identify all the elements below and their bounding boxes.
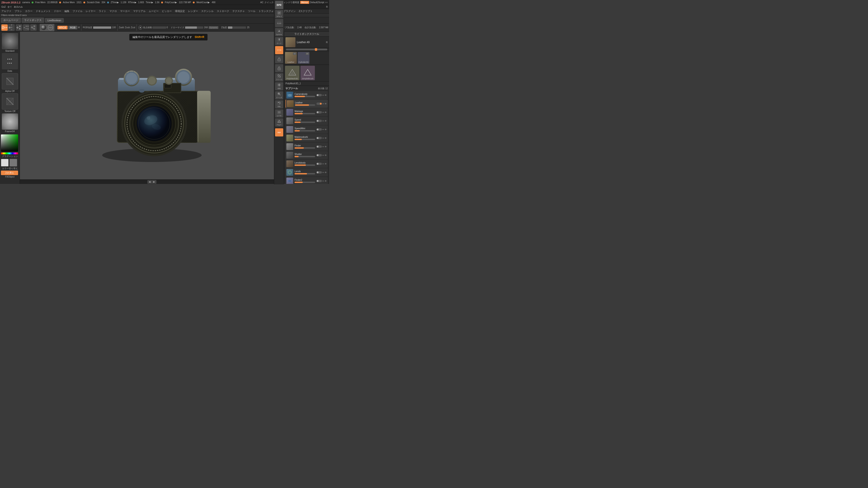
- bpr-icon-btn[interactable]: BPR: [275, 1, 283, 9]
- speed-eye-icon[interactable]: 👁: [324, 120, 327, 122]
- speedmini-eye-icon[interactable]: 👁: [324, 128, 327, 131]
- lendsbody-eye-icon[interactable]: 👁: [324, 163, 327, 165]
- tool-orange-btn[interactable]: ツール: [275, 46, 283, 54]
- subtool-speedmini[interactable]: SpeedMini ✏ 👁: [285, 125, 328, 133]
- speedmini-toggle[interactable]: [317, 129, 318, 130]
- swap-button[interactable]: 入れ替え: [1, 170, 18, 175]
- lendsbody-edit-icon[interactable]: ✏: [322, 163, 324, 165]
- lends-edit-icon[interactable]: ✏: [322, 171, 324, 174]
- edit-tool-button[interactable]: Edit: [1, 24, 8, 31]
- menus-button[interactable]: Menus: [300, 1, 309, 4]
- goz-label[interactable]: GoZ: [1, 6, 6, 8]
- lock2-icon-btn[interactable]: [275, 64, 283, 72]
- subtool-lendsbody[interactable]: Lendsbody ✏ 👁: [285, 160, 328, 168]
- finder2-toggle[interactable]: [317, 180, 318, 182]
- subtool-makiage[interactable]: Makiage ✏ 👁: [285, 108, 328, 116]
- draw-size-slider[interactable]: ドローサイズ 268: [170, 26, 208, 29]
- linefill-icon-btn[interactable]: Lin Fill: [275, 109, 283, 118]
- menu-zscript[interactable]: Zスクリプト: [299, 9, 313, 13]
- shutter-toggle[interactable]: [317, 154, 318, 156]
- subtool-finder[interactable]: Finder ✏ 👁: [285, 142, 328, 151]
- all-label[interactable]: 全て: [7, 5, 12, 8]
- menu-document[interactable]: ドキュメント: [36, 9, 51, 13]
- menu-light[interactable]: ライト: [99, 9, 106, 13]
- leather-toggle[interactable]: [320, 103, 322, 105]
- move-tool-button[interactable]: 移動: [16, 24, 22, 31]
- menu-movie[interactable]: ムービー: [149, 9, 159, 13]
- camerabody-toggle[interactable]: [317, 94, 318, 96]
- swatch-gray[interactable]: [9, 159, 17, 166]
- preset-leather-1[interactable]: Leather 11: [285, 52, 297, 64]
- scale-tool-button[interactable]: スケール: [23, 24, 29, 31]
- makimodoshi-toggle[interactable]: [317, 137, 318, 139]
- makimodoshi-eye-icon[interactable]: 👁: [324, 137, 327, 139]
- nav-liveboolean[interactable]: LiveBoolean: [45, 18, 64, 23]
- dynamic-button[interactable]: Dynamic: [209, 26, 218, 29]
- subtool-finder2[interactable]: Finder2 ✏ 👁: [285, 177, 328, 184]
- subtool-leather[interactable]: Leather ✏ 👁: [285, 100, 328, 108]
- menu-marker[interactable]: マーカー: [120, 9, 130, 13]
- rgb-indicator[interactable]: RGB: [68, 26, 77, 29]
- lends-toggle[interactable]: [317, 171, 318, 173]
- makimodoshi-edit-icon[interactable]: ✏: [322, 137, 324, 139]
- shutter-edit-icon[interactable]: ✏: [322, 154, 324, 157]
- menu-texture[interactable]: テクスチャ: [232, 9, 245, 13]
- menu-color[interactable]: カラー: [25, 9, 33, 13]
- shutter-eye-icon[interactable]: 👁: [324, 154, 327, 157]
- mrgb-button[interactable]: MRGB: [57, 26, 68, 29]
- camerabody-edit-icon[interactable]: ✏: [322, 94, 324, 96]
- scale-icon-btn[interactable]: スケール: [275, 73, 283, 81]
- menu-tool[interactable]: ツール: [248, 9, 255, 13]
- menu-material[interactable]: マテリアル: [133, 9, 146, 13]
- subtool-lends[interactable]: Lends ✏ 👁: [285, 168, 328, 176]
- leather-slider-handle[interactable]: [315, 48, 317, 51]
- menu-draw[interactable]: ドロー: [54, 9, 61, 13]
- zadd-button[interactable]: Zadd: [119, 26, 124, 29]
- finder2-eye-icon[interactable]: 👁: [324, 180, 327, 182]
- speed-edit-icon[interactable]: ✏: [322, 120, 324, 122]
- menu-preferences[interactable]: 環境設定: [175, 9, 185, 13]
- preset-polymesh3d[interactable]: PolyMesh3D: [285, 66, 300, 80]
- spix-icon-btn[interactable]: SP SPix 3: [275, 10, 283, 18]
- preset-cylinder3d[interactable]: Cylinder3D 11: [298, 52, 309, 64]
- menu-render[interactable]: レンダー: [188, 9, 198, 13]
- makiage-eye-icon[interactable]: 👁: [324, 111, 327, 113]
- lends-eye-icon[interactable]: 👁: [324, 171, 327, 174]
- brush-alpha-off[interactable]: Alpha Off: [1, 73, 19, 92]
- canvas-area[interactable]: 編集中のツールを最高品質でレンダリングします Shift+R: [20, 32, 284, 184]
- lock-icon-btn[interactable]: [275, 55, 283, 63]
- brush-dots[interactable]: •••••• Dots: [1, 53, 19, 72]
- makiage-edit-icon[interactable]: ✏: [322, 111, 324, 113]
- pose-icon-btn[interactable]: ポーズ: [275, 37, 283, 45]
- polyf-icon-btn[interactable]: Poly F: [275, 119, 283, 127]
- ac50-icon-btn[interactable]: AC50%: [275, 19, 283, 27]
- view-label[interactable]: 表示のみ: [14, 5, 23, 8]
- rotate-icon-btn[interactable]: 回転: [275, 100, 283, 108]
- subtool-shutter[interactable]: Shutter ✏ 👁: [285, 151, 328, 159]
- finder-toggle[interactable]: [317, 146, 318, 148]
- nav-lightbox[interactable]: ライトボックス: [22, 18, 44, 23]
- xyz-icon-btn[interactable]: qxyz: [275, 128, 283, 136]
- zsub-button[interactable]: Zsub: [125, 26, 130, 29]
- menu-stencil[interactable]: ステンシル: [201, 9, 214, 13]
- menu-file[interactable]: ファイル: [72, 9, 83, 13]
- zoom-icon-btn[interactable]: ズームD: [275, 91, 283, 99]
- draw-tool-button[interactable]: ドロー: [8, 24, 14, 31]
- subtool-camerabody[interactable]: Camerabody ✏ 👁: [285, 91, 328, 99]
- finder-edit-icon[interactable]: ✏: [322, 145, 324, 148]
- leather-edit-icon[interactable]: ✏: [322, 103, 324, 105]
- finder-eye-icon[interactable]: 👁: [324, 145, 327, 148]
- makiage-toggle[interactable]: [317, 111, 318, 113]
- menu-macro[interactable]: マクロ: [110, 9, 117, 13]
- finder2-edit-icon[interactable]: ✏: [322, 180, 324, 182]
- subtool-speed[interactable]: Speed ✏ 👁: [285, 117, 328, 125]
- preset-simplebrush[interactable]: SimpleBrush: [301, 66, 315, 80]
- color-gradient[interactable]: [1, 134, 18, 152]
- rgb-strength-slider[interactable]: RGB強度 100: [83, 26, 116, 29]
- speed-toggle[interactable]: [317, 120, 318, 122]
- brush-texture-off[interactable]: Texture Off: [1, 93, 19, 112]
- scroll-left-button[interactable]: ◀: [147, 180, 152, 184]
- move-icon-btn[interactable]: 移動: [275, 82, 283, 90]
- subtool-makimodoshi[interactable]: Makimodoshi ✏ 👁: [285, 134, 328, 142]
- nav-homepage[interactable]: ホームページ: [1, 18, 21, 23]
